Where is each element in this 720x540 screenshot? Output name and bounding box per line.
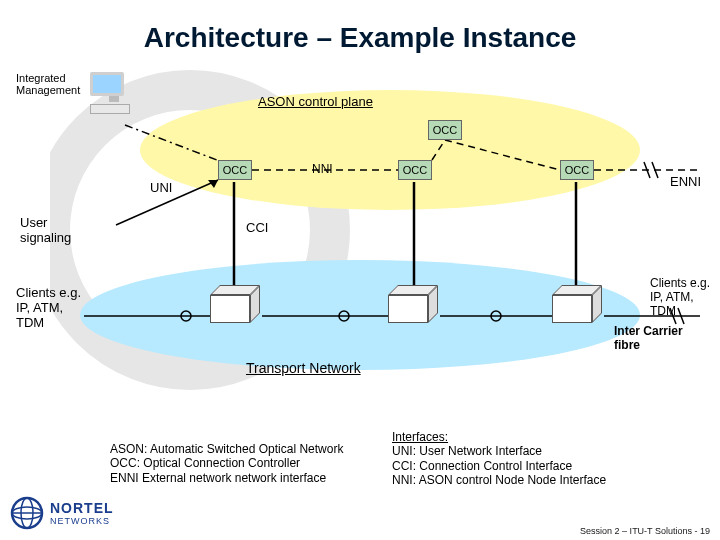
svg-line-1	[125, 125, 230, 165]
occ-top: OCC	[428, 120, 462, 140]
label-uni: UNI	[150, 180, 172, 195]
label-user-signaling: User signaling	[20, 215, 84, 245]
label-clients-right: Clients e.g. IP, ATM, TDM	[650, 276, 716, 318]
page-title: Architecture – Example Instance	[0, 0, 720, 54]
interfaces-title: Interfaces:	[392, 430, 606, 444]
interfaces-line-3: NNI: ASON control Node Node Interface	[392, 473, 606, 487]
mgmt-link	[0, 70, 720, 390]
brand-sub: NETWORKS	[50, 516, 114, 526]
legend-block: ASON: Automatic Switched Optical Network…	[110, 442, 343, 485]
interfaces-line-1: UNI: User Network Interface	[392, 444, 606, 458]
svg-line-3	[432, 140, 445, 160]
switch-1	[210, 285, 262, 323]
legend-line-1: ASON: Automatic Switched Optical Network	[110, 442, 343, 456]
switch-3	[552, 285, 604, 323]
footer-text: Session 2 – ITU-T Solutions - 19	[580, 526, 710, 536]
label-ason-plane: ASON control plane	[258, 94, 373, 109]
label-inter-carrier: Inter Carrier fibre	[614, 324, 708, 352]
globe-icon	[10, 496, 44, 530]
occ-3: OCC	[560, 160, 594, 180]
switch-2	[388, 285, 440, 323]
legend-line-2: OCC: Optical Connection Controller	[110, 456, 343, 470]
label-transport: Transport Network	[246, 360, 361, 376]
label-nni: NNI	[312, 162, 333, 176]
interfaces-block: Interfaces: UNI: User Network Interface …	[392, 430, 606, 488]
occ-2: OCC	[398, 160, 432, 180]
label-enni: ENNI	[670, 174, 701, 189]
diagram: OCC OCC OCC OCC ASON control plane NNI E…	[0, 70, 720, 390]
occ-1: OCC	[218, 160, 252, 180]
svg-line-4	[445, 140, 560, 170]
interfaces-line-2: CCI: Connection Control Interface	[392, 459, 606, 473]
brand-logo: NORTEL NETWORKS	[10, 496, 114, 530]
label-cci: CCI	[246, 220, 268, 235]
label-clients-left: Clients e.g. IP, ATM, TDM	[16, 285, 82, 330]
legend-line-3: ENNI External network network interface	[110, 471, 343, 485]
brand-name: NORTEL	[50, 500, 114, 516]
